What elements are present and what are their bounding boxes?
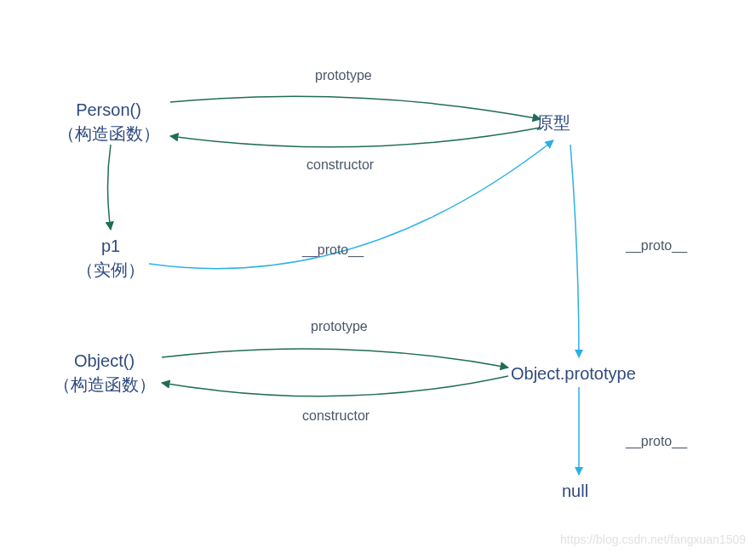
node-object-subtitle: （构造函数） xyxy=(43,373,166,396)
watermark: https://blog.csdn.net/fangxuan1509 xyxy=(560,533,746,546)
node-person-title: Person() xyxy=(47,98,170,122)
label-proto-to-person: constructor xyxy=(306,157,374,173)
node-objproto: Object.prototype xyxy=(511,362,636,385)
label-objproto-to-object: constructor xyxy=(302,408,369,424)
node-p1-subtitle: （实例） xyxy=(60,258,162,282)
edge-objproto-to-object xyxy=(162,376,508,396)
label-proto-to-objproto: __proto__ xyxy=(626,238,687,254)
edge-proto-to-person xyxy=(170,128,541,147)
node-p1-title: p1 xyxy=(60,234,162,258)
node-person-subtitle: （构造函数） xyxy=(47,122,170,145)
node-proto: 原型 xyxy=(536,111,570,134)
label-objproto-to-null: __proto__ xyxy=(626,434,687,449)
node-objproto-label: Object.prototype xyxy=(511,364,636,383)
label-object-to-objproto: prototype xyxy=(311,319,368,334)
edge-object-to-objproto xyxy=(162,349,508,368)
label-person-to-proto: prototype xyxy=(315,68,372,83)
node-p1: p1 （实例） xyxy=(60,234,162,282)
node-object: Object() （构造函数） xyxy=(43,349,166,396)
edge-person-to-p1 xyxy=(108,145,112,230)
node-object-title: Object() xyxy=(43,349,166,373)
label-p1-to-proto: __proto__ xyxy=(302,242,364,258)
node-proto-label: 原型 xyxy=(536,113,570,132)
node-null-label: null xyxy=(562,482,588,500)
node-null: null xyxy=(562,479,588,503)
edge-person-to-proto xyxy=(170,96,541,119)
edge-proto-to-objproto xyxy=(570,145,579,357)
node-person: Person() （构造函数） xyxy=(47,98,170,145)
